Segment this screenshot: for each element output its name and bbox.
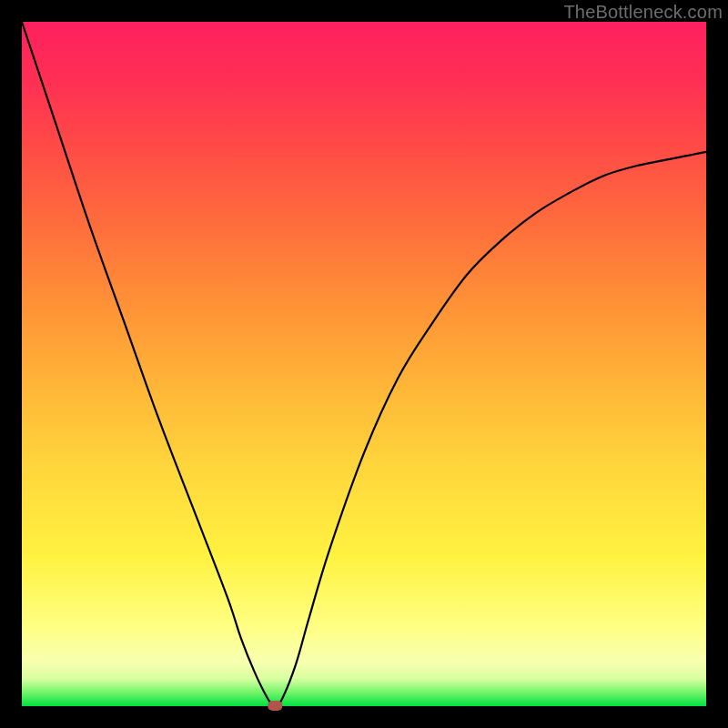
optimal-point-marker [268, 701, 282, 711]
bottleneck-curve [22, 22, 706, 706]
watermark-text: TheBottleneck.com [563, 2, 723, 23]
chart-svg [22, 22, 706, 706]
chart-frame: TheBottleneck.com [0, 0, 728, 728]
